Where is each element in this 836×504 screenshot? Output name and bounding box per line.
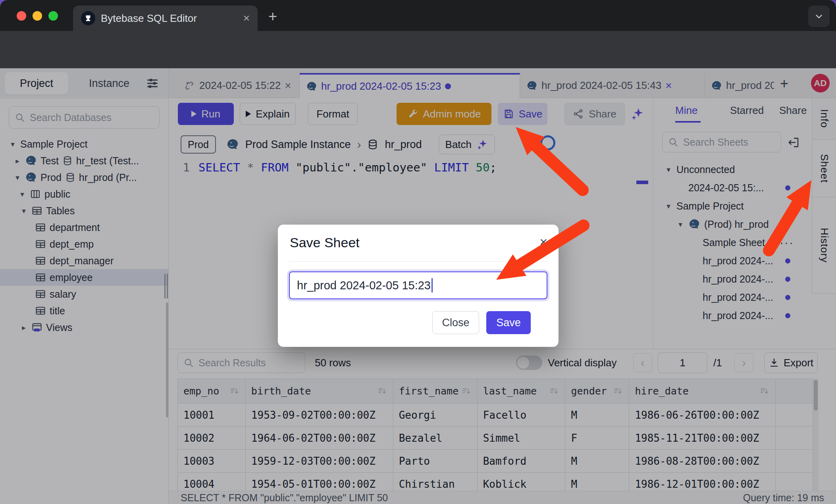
tab-search-chevron-button[interactable] [808,6,830,27]
sheet-name-value: hr_prod 2024-02-05 15:23 [297,279,431,292]
browser-tab-close-icon[interactable]: × [243,13,250,24]
browser-window: Bytebase SQL Editor × + localhost:8080/s… [0,0,836,504]
chevron-down-icon [814,11,824,21]
bytebase-favicon [81,11,95,25]
browser-tab-title: Bytebase SQL Editor [101,12,238,25]
macos-close-button[interactable] [17,11,26,21]
macos-zoom-button[interactable] [48,11,58,21]
divider [289,261,547,262]
browser-tab[interactable]: Bytebase SQL Editor × [73,6,258,31]
browser-toolbar: localhost:8080/sql-editor/prod-sample-in… [0,31,836,68]
dialog-save-button[interactable]: Save [486,311,531,334]
macos-minimize-button[interactable] [33,11,42,21]
browser-chrome: Bytebase SQL Editor × + localhost:8080/s… [0,0,836,68]
sheet-name-input[interactable]: hr_prod 2024-02-05 15:23 [289,271,547,299]
browser-new-tab-button[interactable]: + [268,9,277,24]
dialog-close-button[interactable]: Close [432,311,479,334]
text-caret [431,278,433,292]
bytebase-app: Project Instance ▾ Sample Project ▸ Test [0,68,836,504]
save-sheet-dialog: Save Sheet × hr_prod 2024-02-05 15:23 Cl… [278,225,559,347]
close-icon[interactable]: × [539,234,547,250]
dialog-title: Save Sheet [290,235,360,250]
